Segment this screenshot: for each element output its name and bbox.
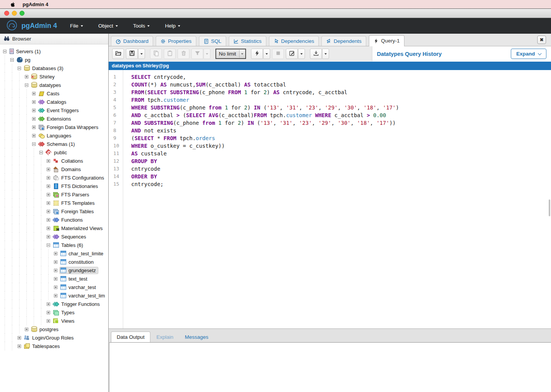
- expand-button[interactable]: Expand: [511, 49, 546, 59]
- menu-help[interactable]: Help: [165, 23, 180, 29]
- menu-object[interactable]: Object: [98, 23, 118, 29]
- tree-item-text-test[interactable]: text_test: [0, 274, 108, 283]
- expand-icon[interactable]: [54, 286, 57, 289]
- expand-icon[interactable]: [47, 193, 50, 196]
- tree-item-trigger-functions[interactable]: Trigger Functions: [0, 300, 108, 308]
- collapse-icon[interactable]: [47, 243, 50, 247]
- tree-item-shirley[interactable]: Shirley: [0, 72, 108, 81]
- expand-icon[interactable]: [54, 294, 57, 297]
- expand-icon[interactable]: [25, 328, 28, 331]
- scrollbar-thumb[interactable]: [549, 199, 550, 216]
- apple-icon[interactable]: [10, 2, 15, 7]
- tree-item-catalogs[interactable]: Catalogs: [0, 98, 108, 106]
- expand-icon[interactable]: [47, 201, 50, 205]
- close-window-button[interactable]: [4, 11, 9, 16]
- tree-item-varchar-test-lim[interactable]: varchar_test_lim: [0, 291, 108, 300]
- tab-query-1[interactable]: Query-1: [369, 35, 404, 46]
- expand-icon[interactable]: [47, 227, 50, 230]
- tree-item-databases-3[interactable]: Databases (3): [0, 64, 108, 72]
- row-limit-select[interactable]: No limit: [215, 49, 246, 59]
- tab-dependencies[interactable]: Dependencies: [269, 36, 319, 46]
- menubar-app-title[interactable]: pgAdmin 4: [23, 2, 48, 7]
- edit-button-dropdown[interactable]: [298, 49, 305, 59]
- download-button-dropdown[interactable]: [322, 49, 329, 59]
- menu-tools[interactable]: Tools: [133, 23, 150, 29]
- tree-item-fts-templates[interactable]: FTS Templates: [0, 199, 108, 207]
- tree-item-languages[interactable]: Languages: [0, 131, 108, 140]
- tree-item-postgres[interactable]: postgres: [0, 325, 108, 333]
- tree-item-foreign-data-wrappers[interactable]: Foreign Data Wrappers: [0, 123, 108, 131]
- expand-icon[interactable]: [54, 277, 57, 281]
- open-file-button[interactable]: [112, 49, 124, 59]
- tree-item-casts[interactable]: Casts: [0, 89, 108, 98]
- expand-icon[interactable]: [47, 302, 50, 306]
- menu-file[interactable]: File: [70, 23, 83, 29]
- tab-sql[interactable]: SQL: [199, 36, 226, 46]
- tree-item-extensions[interactable]: Extensions: [0, 114, 108, 123]
- tree-item-servers-1[interactable]: Servers (1): [0, 47, 108, 56]
- minimize-window-button[interactable]: [12, 11, 17, 16]
- expand-icon[interactable]: [47, 210, 50, 213]
- tab-dashboard[interactable]: Dashboard: [111, 36, 153, 46]
- sql-editor[interactable]: 123456789101112131415 SELECT cntrycode,C…: [109, 70, 551, 328]
- expand-icon[interactable]: [47, 168, 50, 171]
- query-history-link[interactable]: Datatypes Query History: [377, 46, 442, 61]
- tree-item-tablespaces[interactable]: Tablespaces: [0, 342, 108, 350]
- tree-item-constitution[interactable]: constitution: [0, 258, 108, 266]
- expand-icon[interactable]: [32, 92, 36, 95]
- tree-item-varchar-test[interactable]: varchar_test: [0, 283, 108, 291]
- execute-button[interactable]: [251, 49, 263, 59]
- tree-item-char-test-limite[interactable]: char_test_limite: [0, 249, 108, 258]
- tree-item-pg[interactable]: pg: [0, 56, 108, 64]
- expand-icon[interactable]: [18, 336, 21, 340]
- collapse-icon[interactable]: [32, 142, 36, 146]
- tab-statistics[interactable]: Statistics: [229, 36, 266, 46]
- save-button[interactable]: [126, 49, 138, 59]
- save-button-dropdown[interactable]: [138, 49, 145, 59]
- close-tab-button[interactable]: ✖: [537, 36, 546, 44]
- expand-icon[interactable]: [47, 176, 50, 180]
- zoom-window-button[interactable]: [20, 11, 24, 16]
- collapse-icon[interactable]: [25, 83, 28, 87]
- tree-item-tables-6[interactable]: Tables (6): [0, 241, 108, 249]
- expand-icon[interactable]: [25, 75, 28, 78]
- tree-item-sequences[interactable]: Sequences: [0, 232, 108, 241]
- tab-properties[interactable]: Properties: [156, 36, 196, 46]
- tree-item-functions[interactable]: Functions: [0, 216, 108, 224]
- download-button[interactable]: [310, 49, 322, 59]
- tree-item-foreign-tables[interactable]: Foreign Tables: [0, 207, 108, 216]
- expand-icon[interactable]: [54, 260, 57, 264]
- expand-icon[interactable]: [47, 311, 50, 314]
- expand-icon[interactable]: [32, 100, 36, 104]
- expand-icon[interactable]: [47, 159, 50, 163]
- output-tab-messages[interactable]: Messages: [179, 332, 214, 342]
- expand-icon[interactable]: [32, 134, 36, 137]
- collapse-icon[interactable]: [3, 50, 7, 53]
- tree-item-datatypes[interactable]: datatypes: [0, 81, 108, 89]
- expand-icon[interactable]: [47, 319, 50, 323]
- tree-item-grundgesetz[interactable]: grundgesetz: [0, 266, 108, 274]
- tree-item-fts-configurations[interactable]: FTS Configurations: [0, 173, 108, 182]
- tree-item-fts-dictionaries[interactable]: FTS Dictionaries: [0, 182, 108, 190]
- output-tab-data-output[interactable]: Data Output: [111, 332, 150, 342]
- tree-item-event-triggers[interactable]: Event Triggers: [0, 106, 108, 114]
- tree-item-schemas-1[interactable]: Schemas (1): [0, 140, 108, 148]
- expand-icon[interactable]: [47, 235, 50, 238]
- expand-icon[interactable]: [18, 345, 21, 348]
- tree-item-views[interactable]: Views: [0, 317, 108, 325]
- expand-icon[interactable]: [54, 252, 57, 255]
- edit-button[interactable]: [286, 49, 298, 59]
- execute-button-dropdown[interactable]: [263, 49, 270, 59]
- expand-icon[interactable]: [32, 126, 36, 129]
- expand-icon[interactable]: [47, 218, 50, 222]
- expand-icon[interactable]: [32, 117, 36, 121]
- tree-item-login-group-roles[interactable]: Login/Group Roles: [0, 333, 108, 342]
- tree-item-fts-parsers[interactable]: FTS Parsers: [0, 190, 108, 199]
- collapse-icon[interactable]: [18, 67, 21, 70]
- tree-item-materialized-views[interactable]: Materialized Views: [0, 224, 108, 232]
- expand-icon[interactable]: [32, 109, 36, 112]
- tree-item-public[interactable]: public: [0, 148, 108, 157]
- tree-item-collations[interactable]: Collations: [0, 157, 108, 165]
- expand-icon[interactable]: [47, 185, 50, 188]
- tree-item-domains[interactable]: Domains: [0, 165, 108, 173]
